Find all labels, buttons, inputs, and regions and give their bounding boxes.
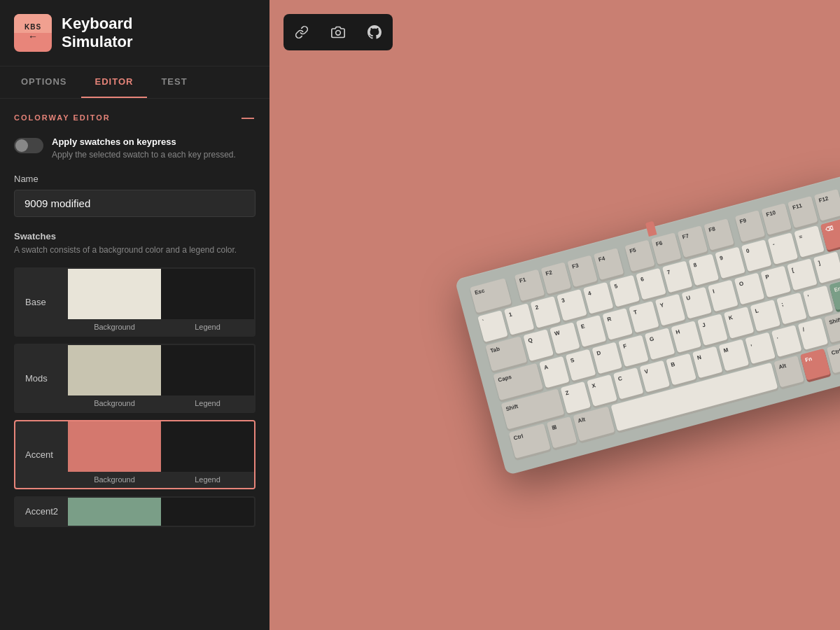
swatch-mods-bg-block[interactable]: Background <box>68 345 161 412</box>
swatch-mods-name: Mods <box>15 373 68 384</box>
key-3: 3 <box>556 289 587 321</box>
link-button[interactable] <box>284 14 320 50</box>
swatch-base-legend-patch <box>161 269 254 319</box>
swatch-base-bg-label: Background <box>68 319 161 335</box>
key-period: . <box>771 325 802 357</box>
keyboard-frame: Esc F1 F2 F3 F4 F5 F6 F7 F8 F9 F10 F11 F… <box>454 175 840 475</box>
swatch-base-bg-patch <box>68 269 161 319</box>
swatch-accent-bg-patch <box>68 421 161 472</box>
key-f9: F9 <box>734 210 765 242</box>
key-quote: ' <box>802 286 833 318</box>
swatch-accent2-colors <box>68 498 254 526</box>
keyboard-preview: Esc F1 F2 F3 F4 F5 F6 F7 F8 F9 F10 F11 F… <box>454 175 840 475</box>
swatch-mods-bg-label: Background <box>68 396 161 412</box>
key-f8: F8 <box>704 218 734 251</box>
swatch-base[interactable]: Base Background Legend <box>14 267 255 337</box>
key-x: X <box>587 374 617 407</box>
name-input[interactable] <box>14 190 255 217</box>
key-f2: F2 <box>540 262 571 294</box>
swatch-mods-legend-block[interactable]: Legend <box>161 345 254 412</box>
key-j: J <box>697 314 728 346</box>
key-r: R <box>602 308 633 340</box>
swatch-accent2-name: Accent2 <box>15 506 68 517</box>
main-canvas: Esc F1 F2 F3 F4 F5 F6 F7 F8 F9 F10 F11 F… <box>270 0 840 630</box>
key-c: C <box>612 368 643 400</box>
toolbar <box>284 14 393 50</box>
swatch-accent-colors: Background Legend <box>68 421 254 488</box>
swatch-accent2-bg-block[interactable] <box>68 498 161 526</box>
toggle-description: Apply the selected swatch to a each key … <box>52 149 236 161</box>
key-m: M <box>718 339 749 371</box>
key-rbracket: ] <box>813 251 840 284</box>
key-ctrl: Ctrl <box>508 424 550 458</box>
camera-button[interactable] <box>320 14 356 50</box>
key-a: A <box>539 356 570 388</box>
swatch-accent-legend-block[interactable]: Legend <box>161 421 254 488</box>
swatch-base-legend-label: Legend <box>161 319 254 335</box>
keypress-toggle-row: Apply swatches on keypress Apply the sel… <box>14 136 255 161</box>
colorway-editor-title: COLORWAY EDITOR — <box>14 111 255 124</box>
tab-editor[interactable]: EDITOR <box>81 66 148 98</box>
key-ralt: Alt <box>774 356 804 388</box>
swatch-accent-name: Accent <box>15 449 68 460</box>
key-v: V <box>639 360 670 393</box>
swatch-mods[interactable]: Mods Background Legend <box>14 344 255 413</box>
key-y: Y <box>654 294 685 326</box>
key-semicolon: ; <box>776 293 807 325</box>
tab-bar: OPTIONS EDITOR TEST <box>0 66 270 99</box>
tab-test[interactable]: TEST <box>147 66 201 98</box>
swatch-base-bg-block[interactable]: Background <box>68 269 161 335</box>
tab-options[interactable]: OPTIONS <box>7 66 81 98</box>
key-f10: F10 <box>761 203 792 235</box>
swatch-accent2-legend-block[interactable] <box>161 498 254 526</box>
key-2: 2 <box>530 296 561 328</box>
swatch-base-legend-block[interactable]: Legend <box>161 269 254 335</box>
key-lbracket: [ <box>787 258 818 290</box>
logo-text: KBS <box>24 24 41 31</box>
key-minus: - <box>767 232 798 265</box>
swatch-accent-bg-label: Background <box>68 472 161 488</box>
swatch-accent2[interactable]: Accent2 <box>14 496 255 527</box>
key-f6: F6 <box>650 232 681 265</box>
swatch-accent2-legend-patch <box>161 498 254 526</box>
key-fn: Fn <box>799 349 830 381</box>
key-z: Z <box>560 382 591 414</box>
swatch-base-name: Base <box>15 297 68 307</box>
key-4: 4 <box>582 282 613 314</box>
key-d: D <box>592 342 622 374</box>
key-slash: / <box>797 318 828 350</box>
name-field-label: Name <box>14 174 255 184</box>
key-q: Q <box>523 329 554 361</box>
key-comma: , <box>745 332 776 364</box>
key-f1: F1 <box>514 270 545 302</box>
logo-arrow-icon: ← <box>28 31 38 42</box>
swatch-base-colors: Background Legend <box>68 269 254 335</box>
swatch-mods-colors: Background Legend <box>68 345 254 412</box>
key-s: S <box>565 349 596 382</box>
key-1: 1 <box>503 303 534 335</box>
swatch-accent-bg-block[interactable]: Background <box>68 421 161 488</box>
key-0: 0 <box>741 239 771 272</box>
collapse-icon[interactable]: — <box>241 111 255 124</box>
keypress-toggle[interactable] <box>14 138 43 153</box>
app-title: KeyboardSimulator <box>62 15 132 52</box>
swatch-mods-legend-label: Legend <box>161 396 254 412</box>
key-tab: Tab <box>485 336 527 371</box>
key-esc: Esc <box>470 278 512 313</box>
key-o: O <box>734 272 764 304</box>
app-header: KBS ← KeyboardSimulator <box>0 0 270 66</box>
app-title-text: KeyboardSimulator <box>62 15 132 52</box>
key-8: 8 <box>688 253 719 286</box>
app-logo: KBS ← <box>14 14 52 52</box>
key-9: 9 <box>715 246 746 279</box>
sidebar: KBS ← KeyboardSimulator OPTIONS EDITOR T… <box>0 0 270 630</box>
editor-panel: COLORWAY EDITOR — Apply swatches on keyp… <box>0 99 270 630</box>
github-button[interactable] <box>356 14 393 50</box>
key-l: L <box>750 300 780 332</box>
swatches-description: A swatch consists of a background color … <box>14 244 255 256</box>
key-f11: F11 <box>787 196 818 228</box>
swatch-accent[interactable]: Accent Background Legend <box>14 420 255 489</box>
swatch-mods-legend-patch <box>161 345 254 396</box>
key-f4: F4 <box>593 248 624 280</box>
section-title-text: COLORWAY EDITOR <box>14 113 111 122</box>
